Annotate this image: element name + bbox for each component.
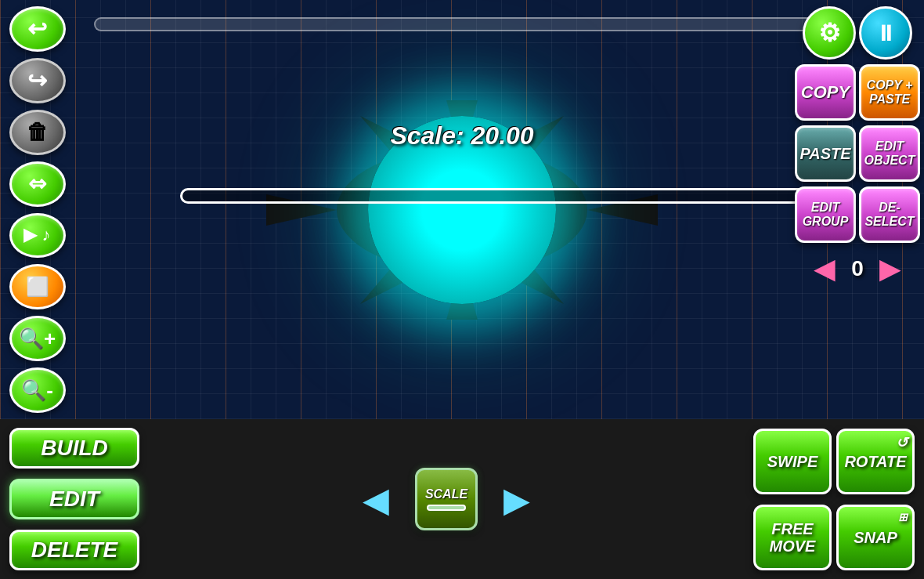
next-arrow[interactable]: ▶ (879, 252, 901, 285)
scale-bar[interactable] (180, 188, 830, 204)
zoom-out-button[interactable]: 🔍- (9, 367, 66, 413)
copy-button[interactable]: COPY (795, 64, 856, 121)
redo-button[interactable]: ↪ (9, 58, 66, 103)
undo-button[interactable]: ↩ (9, 6, 66, 52)
zoom-in-button[interactable]: 🔍+ (9, 316, 66, 361)
left-toolbar: ↩ ↪ 🗑 ⇔ ▶ ♪ ⬜ 🔍+ 🔍- (0, 0, 74, 419)
music-button[interactable]: ▶ ♪ (9, 213, 66, 259)
paste-button[interactable]: PASTE (795, 125, 856, 182)
bottom-center: ◀ SCALE ▶ (149, 419, 744, 579)
delete-bottom-button[interactable]: DELETE (9, 530, 139, 570)
edit-object-button[interactable]: EDIT OBJECT (859, 125, 920, 182)
rotate-button[interactable]: ROTATE ↺ (836, 429, 915, 494)
bottom-right-buttons: SWIPE ROTATE ↺ FREE MOVE SNAP ⊞ (744, 419, 924, 579)
pause-button[interactable]: ⏸ (859, 6, 912, 60)
scale-mode-button[interactable]: SCALE (415, 468, 478, 530)
nav-counter: 0 (842, 256, 873, 281)
delete-button[interactable]: 🗑 (9, 110, 66, 155)
edit-button[interactable]: EDIT (9, 479, 139, 519)
scroll-right-button[interactable]: ▶ (493, 476, 540, 523)
free-move-button[interactable]: FREE MOVE (753, 505, 832, 570)
bottom-left-buttons: BUILD EDIT DELETE (0, 419, 149, 579)
copy-paste-button[interactable]: COPY + PASTE (859, 64, 920, 121)
right-toolbar: ⚙ ⏸ COPY COPY + PASTE PASTE EDIT OBJECT … (791, 0, 924, 419)
bottom-panel: BUILD EDIT DELETE ◀ SCALE ▶ SWIPE ROTATE… (0, 419, 924, 579)
edit-group-button[interactable]: EDIT GROUP (795, 186, 856, 243)
build-button[interactable]: BUILD (9, 428, 139, 469)
settings-button[interactable]: ⚙ (803, 6, 856, 60)
scale-label: Scale: 20.00 (390, 121, 533, 150)
flip-button[interactable]: ⇔ (9, 161, 66, 207)
deselect-button[interactable]: DE-SELECT (859, 186, 920, 243)
swipe-button[interactable]: SWIPE (753, 429, 832, 494)
scroll-left-button[interactable]: ◀ (352, 476, 399, 523)
build-mode-button[interactable]: ⬜ (9, 264, 66, 309)
prev-arrow[interactable]: ◀ (814, 252, 836, 285)
progress-bar (94, 17, 830, 31)
snap-button[interactable]: SNAP ⊞ (836, 505, 915, 570)
game-area: Scale: 20.00 ↩ ↪ 🗑 ⇔ ▶ ♪ ⬜ � (0, 0, 924, 419)
